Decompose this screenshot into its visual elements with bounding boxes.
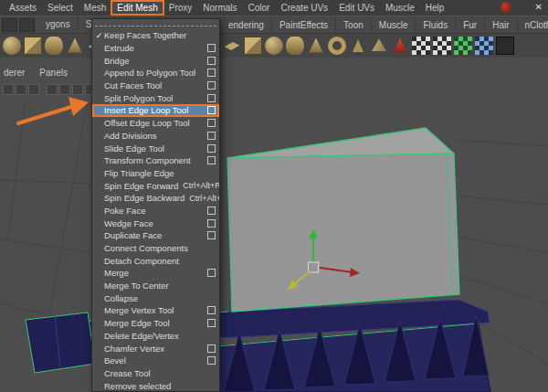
option-box-icon[interactable] xyxy=(207,144,216,153)
option-box-icon[interactable] xyxy=(207,57,216,65)
prism-icon[interactable] xyxy=(349,37,367,55)
option-box-icon[interactable] xyxy=(207,156,216,164)
cube-icon[interactable] xyxy=(24,37,42,55)
menu-item[interactable]: ✓ Spin Edge Backward Ctrl+Alt+Left xyxy=(92,192,219,205)
checker-icon[interactable] xyxy=(433,37,451,55)
cone-icon[interactable] xyxy=(307,37,325,55)
menu-item[interactable]: ✓ Transform Component xyxy=(92,154,219,167)
option-box-icon[interactable] xyxy=(207,231,216,239)
cylinder-icon[interactable] xyxy=(45,37,63,55)
resolution-gate-icon[interactable] xyxy=(59,84,70,95)
option-box-icon[interactable] xyxy=(207,344,216,353)
film-gate-icon[interactable] xyxy=(47,84,58,95)
shelf-tab[interactable]: Muscle xyxy=(372,17,416,34)
menu-item[interactable]: ✓ Duplicate Face xyxy=(92,229,219,242)
menu-item[interactable]: ✓ Merge To Center xyxy=(92,280,219,292)
panel-menu-item[interactable]: Panels xyxy=(39,68,68,78)
shelf-tab[interactable]: nCloth xyxy=(518,17,548,34)
menu-item[interactable]: ✓ Append to Polygon Tool xyxy=(92,67,219,79)
option-box-icon[interactable] xyxy=(207,106,216,114)
menubar-item[interactable]: Create UVs xyxy=(275,1,333,15)
option-box-icon[interactable] xyxy=(207,269,216,277)
shelf-tab[interactable]: Fur xyxy=(456,17,485,34)
menu-item[interactable]: ✓ Cut Faces Tool xyxy=(92,79,219,92)
option-box-icon[interactable] xyxy=(207,94,216,102)
menu-item[interactable]: ✓ Remove selected xyxy=(92,379,219,392)
menubar-item[interactable]: Color xyxy=(243,1,276,15)
option-box-icon[interactable] xyxy=(207,132,216,140)
menu-item[interactable]: ✓ Connect Components xyxy=(92,242,219,255)
cube-icon[interactable] xyxy=(244,37,262,55)
sphere-icon[interactable] xyxy=(265,37,283,55)
menu-item[interactable]: ✓ Bridge xyxy=(92,54,219,67)
option-box-icon[interactable] xyxy=(207,356,216,365)
dark-icon[interactable] xyxy=(496,37,514,55)
red-cone-icon[interactable] xyxy=(391,37,409,55)
gate-mask-icon[interactable] xyxy=(72,84,83,95)
option-box-icon[interactable] xyxy=(207,44,216,52)
grid-icon[interactable] xyxy=(28,84,39,95)
cushion-mesh[interactable] xyxy=(227,128,459,312)
lock-camera-icon[interactable] xyxy=(16,84,26,95)
cone-icon[interactable] xyxy=(66,37,84,55)
menu-item[interactable]: ✓ Extrude xyxy=(92,42,219,55)
menubar-item[interactable]: Normals xyxy=(197,1,242,15)
menubar-item[interactable]: Select xyxy=(42,1,79,15)
option-box-icon[interactable] xyxy=(207,207,216,215)
checker-icon[interactable] xyxy=(412,37,430,55)
menu-item[interactable]: ✓ Chamfer Vertex xyxy=(92,342,219,355)
shelf-tab[interactable]: PaintEffects xyxy=(272,17,336,34)
menubar-item[interactable]: Edit UVs xyxy=(333,1,380,15)
menu-item[interactable]: ✓ Keep Faces Together xyxy=(92,29,219,42)
menu-item[interactable]: ✓ Flip Triangle Edge xyxy=(92,167,219,180)
shelf-tab[interactable]: endering xyxy=(221,17,272,34)
checker-blue-icon[interactable] xyxy=(475,37,493,55)
menu-item[interactable]: ✓ Delete Edge/Vertex xyxy=(92,330,219,343)
menu-item[interactable]: ✓ Add Divisions xyxy=(92,130,219,143)
menu-item[interactable]: ✓ Spin Edge Forward Ctrl+Alt+Right xyxy=(92,179,219,192)
panel-menu-item[interactable]: derer xyxy=(4,68,25,78)
menu-item[interactable]: ✓ Bevel xyxy=(92,355,219,367)
cylinder-icon[interactable] xyxy=(286,37,304,55)
menu-item[interactable]: ✓ Merge Edge Tool xyxy=(92,317,219,330)
menubar-item[interactable]: Assets xyxy=(4,1,42,15)
checker-green-icon[interactable] xyxy=(454,37,472,55)
sphere-icon[interactable] xyxy=(3,37,21,55)
option-box-icon[interactable] xyxy=(207,119,216,127)
shelf-item-toggle-icon[interactable] xyxy=(19,18,35,32)
shelf-tab[interactable]: Hair xyxy=(485,17,517,34)
menu-item[interactable]: ✓ Offset Edge Loop Tool xyxy=(92,117,219,130)
close-icon[interactable]: ✕ xyxy=(535,2,543,13)
shelf-tab[interactable]: Fluids xyxy=(416,17,456,34)
menu-item[interactable]: ✓ Split Polygon Tool xyxy=(92,91,219,104)
menubar-item[interactable]: Proxy xyxy=(163,1,198,15)
option-box-icon[interactable] xyxy=(207,306,216,314)
option-box-icon[interactable] xyxy=(207,69,216,77)
menu-item[interactable]: ✓ Crease Tool xyxy=(92,367,219,380)
menu-item[interactable]: ✓ Insert Edge Loop Tool xyxy=(92,104,219,117)
menu-item[interactable]: ✓ Slide Edge Tool xyxy=(92,142,219,154)
menubar-item[interactable]: Help xyxy=(420,1,450,15)
menu-tearoff-handle[interactable] xyxy=(95,21,216,26)
pyramid-icon[interactable] xyxy=(370,37,388,55)
menubar-item[interactable]: Mesh xyxy=(79,1,111,15)
shelf-tab[interactable]: ygons xyxy=(38,16,79,34)
scene-canvas[interactable] xyxy=(0,57,548,392)
shelf-menu-toggle-icon[interactable] xyxy=(2,18,17,32)
plane-icon[interactable] xyxy=(223,37,241,55)
menu-item[interactable]: ✓ Merge Vertex Tool xyxy=(92,304,219,317)
menubar-item[interactable]: Muscle xyxy=(380,1,420,15)
menu-item[interactable]: ✓ Detach Component xyxy=(92,254,219,267)
viewport-panel[interactable]: derer Panels xyxy=(0,57,548,392)
select-camera-icon[interactable] xyxy=(3,84,14,95)
option-box-icon[interactable] xyxy=(207,219,216,228)
torus-icon[interactable] xyxy=(328,37,346,55)
menu-item[interactable]: ✓ Merge xyxy=(92,267,219,280)
option-box-icon[interactable] xyxy=(207,319,216,327)
menu-item[interactable]: ✓ Wedge Face xyxy=(92,217,219,229)
menu-item[interactable]: ✓ Collapse xyxy=(92,291,219,304)
menu-item[interactable]: ✓ Poke Face xyxy=(92,205,219,217)
menubar-item[interactable]: Edit Mesh xyxy=(111,1,163,15)
shelf-tab[interactable]: Toon xyxy=(336,17,372,34)
option-box-icon[interactable] xyxy=(207,81,216,90)
